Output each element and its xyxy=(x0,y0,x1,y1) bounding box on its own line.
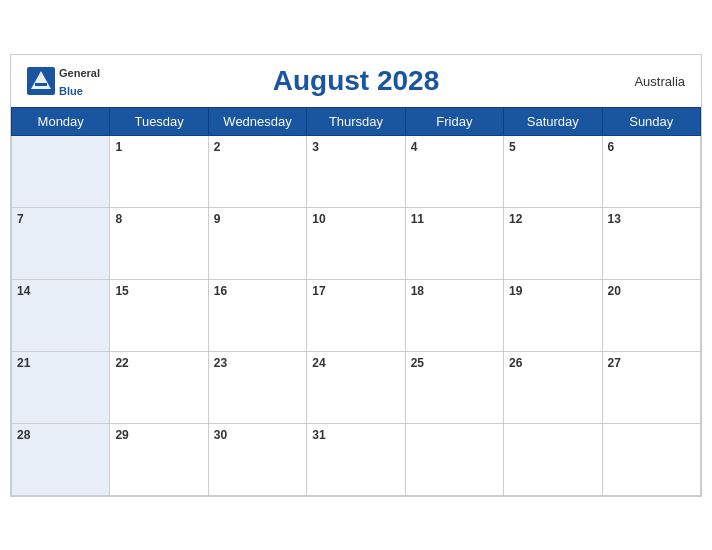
day-number: 10 xyxy=(312,212,325,226)
calendar-day-cell: 9 xyxy=(208,207,306,279)
day-number: 27 xyxy=(608,356,621,370)
calendar-day-cell: 4 xyxy=(405,135,503,207)
header-wednesday: Wednesday xyxy=(208,107,306,135)
day-number: 14 xyxy=(17,284,30,298)
calendar-day-cell: 22 xyxy=(110,351,208,423)
calendar-day-cell: 6 xyxy=(602,135,700,207)
calendar-title: August 2028 xyxy=(273,65,440,97)
calendar-day-cell: 30 xyxy=(208,423,306,495)
calendar-week-row: 28293031 xyxy=(12,423,701,495)
calendar-day-cell: 7 xyxy=(12,207,110,279)
day-number: 20 xyxy=(608,284,621,298)
calendar-day-cell: 20 xyxy=(602,279,700,351)
header-tuesday: Tuesday xyxy=(110,107,208,135)
calendar-container: General Blue August 2028 Australia Monda… xyxy=(10,54,702,497)
day-number: 26 xyxy=(509,356,522,370)
day-number: 22 xyxy=(115,356,128,370)
day-number: 13 xyxy=(608,212,621,226)
day-number: 12 xyxy=(509,212,522,226)
header-sunday: Sunday xyxy=(602,107,700,135)
day-number: 18 xyxy=(411,284,424,298)
day-number: 21 xyxy=(17,356,30,370)
day-number: 19 xyxy=(509,284,522,298)
header-saturday: Saturday xyxy=(504,107,602,135)
calendar-day-cell: 10 xyxy=(307,207,405,279)
calendar-day-cell: 17 xyxy=(307,279,405,351)
day-number: 29 xyxy=(115,428,128,442)
calendar-week-row: 21222324252627 xyxy=(12,351,701,423)
generalblue-logo-icon xyxy=(27,67,55,95)
day-number: 6 xyxy=(608,140,615,154)
day-number: 15 xyxy=(115,284,128,298)
day-number: 8 xyxy=(115,212,122,226)
calendar-day-cell xyxy=(504,423,602,495)
calendar-day-cell: 3 xyxy=(307,135,405,207)
calendar-day-cell: 31 xyxy=(307,423,405,495)
calendar-day-cell xyxy=(405,423,503,495)
day-number: 25 xyxy=(411,356,424,370)
day-number: 17 xyxy=(312,284,325,298)
calendar-day-cell: 16 xyxy=(208,279,306,351)
calendar-day-cell xyxy=(602,423,700,495)
calendar-day-cell: 21 xyxy=(12,351,110,423)
day-number: 31 xyxy=(312,428,325,442)
weekday-header-row: Monday Tuesday Wednesday Thursday Friday… xyxy=(12,107,701,135)
day-number: 24 xyxy=(312,356,325,370)
logo-text: General Blue xyxy=(59,63,100,99)
header-monday: Monday xyxy=(12,107,110,135)
logo-general: General xyxy=(59,67,100,79)
day-number: 30 xyxy=(214,428,227,442)
day-number: 23 xyxy=(214,356,227,370)
calendar-header: General Blue August 2028 Australia xyxy=(11,55,701,107)
day-number: 5 xyxy=(509,140,516,154)
calendar-day-cell: 12 xyxy=(504,207,602,279)
calendar-week-row: 14151617181920 xyxy=(12,279,701,351)
header-thursday: Thursday xyxy=(307,107,405,135)
calendar-day-cell: 2 xyxy=(208,135,306,207)
calendar-day-cell: 14 xyxy=(12,279,110,351)
calendar-day-cell: 26 xyxy=(504,351,602,423)
svg-rect-2 xyxy=(35,83,47,86)
calendar-day-cell: 29 xyxy=(110,423,208,495)
calendar-body: 1234567891011121314151617181920212223242… xyxy=(12,135,701,495)
header-friday: Friday xyxy=(405,107,503,135)
day-number: 3 xyxy=(312,140,319,154)
calendar-day-cell: 25 xyxy=(405,351,503,423)
logo-blue: Blue xyxy=(59,85,83,97)
day-number: 1 xyxy=(115,140,122,154)
calendar-day-cell: 15 xyxy=(110,279,208,351)
calendar-day-cell xyxy=(12,135,110,207)
calendar-day-cell: 18 xyxy=(405,279,503,351)
calendar-week-row: 123456 xyxy=(12,135,701,207)
calendar-day-cell: 11 xyxy=(405,207,503,279)
calendar-day-cell: 1 xyxy=(110,135,208,207)
calendar-day-cell: 19 xyxy=(504,279,602,351)
calendar-day-cell: 24 xyxy=(307,351,405,423)
calendar-day-cell: 5 xyxy=(504,135,602,207)
day-number: 11 xyxy=(411,212,424,226)
calendar-day-cell: 8 xyxy=(110,207,208,279)
calendar-day-cell: 28 xyxy=(12,423,110,495)
calendar-grid: Monday Tuesday Wednesday Thursday Friday… xyxy=(11,107,701,496)
day-number: 4 xyxy=(411,140,418,154)
calendar-day-cell: 13 xyxy=(602,207,700,279)
calendar-week-row: 78910111213 xyxy=(12,207,701,279)
country-label: Australia xyxy=(634,73,685,88)
day-number: 28 xyxy=(17,428,30,442)
day-number: 2 xyxy=(214,140,221,154)
calendar-day-cell: 23 xyxy=(208,351,306,423)
calendar-day-cell: 27 xyxy=(602,351,700,423)
day-number: 16 xyxy=(214,284,227,298)
day-number: 9 xyxy=(214,212,221,226)
day-number: 7 xyxy=(17,212,24,226)
logo-area: General Blue xyxy=(27,63,100,99)
